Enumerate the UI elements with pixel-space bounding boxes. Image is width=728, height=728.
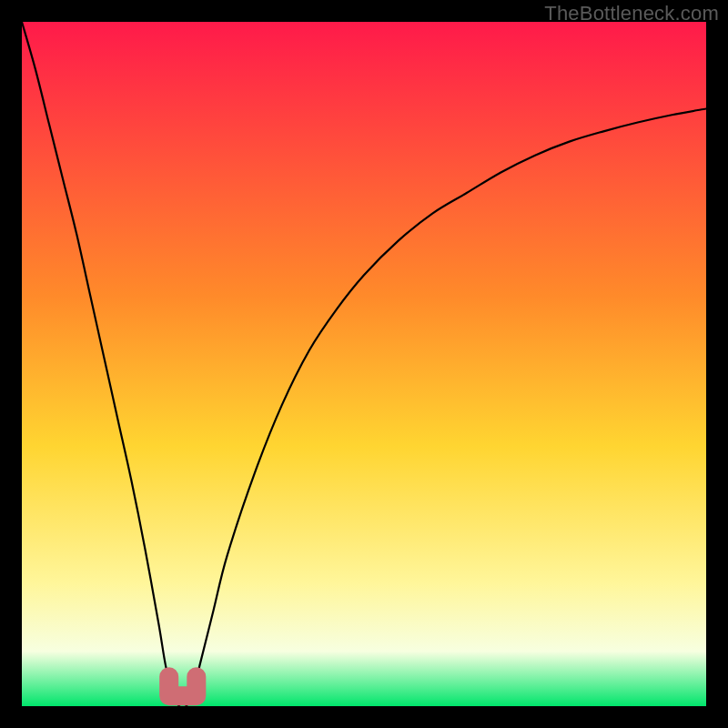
chart-frame (22, 22, 706, 706)
gradient-background (22, 22, 706, 706)
bottleneck-chart (22, 22, 706, 706)
watermark-text: TheBottleneck.com (544, 2, 719, 25)
